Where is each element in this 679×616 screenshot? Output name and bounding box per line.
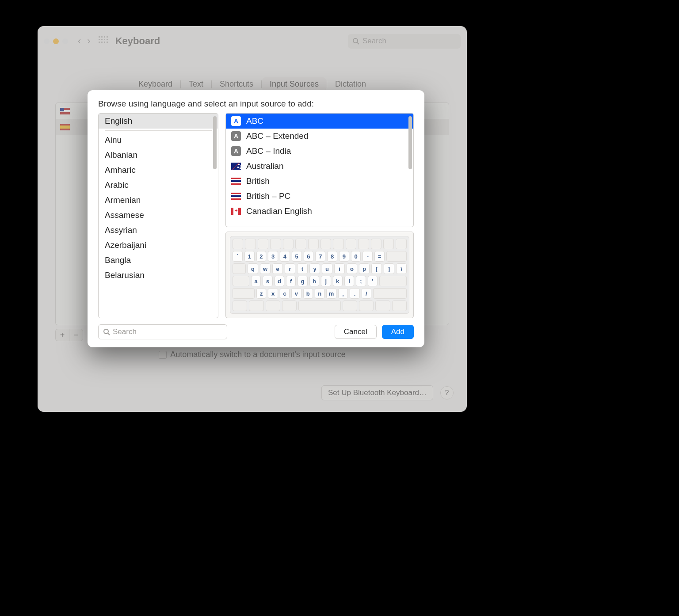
tab-text[interactable]: Text bbox=[182, 77, 210, 91]
auto-switch-checkbox[interactable] bbox=[159, 351, 167, 359]
cancel-button[interactable]: Cancel bbox=[335, 325, 377, 339]
keyboard-key: p bbox=[359, 263, 370, 274]
language-item[interactable]: Azerbaijani bbox=[99, 238, 218, 253]
source-item-label: British – PC bbox=[246, 191, 290, 201]
toolbar-search[interactable]: Search bbox=[348, 34, 461, 49]
language-item[interactable]: Bangla bbox=[99, 253, 218, 268]
window-title: Keyboard bbox=[115, 35, 160, 47]
keyboard-key: i bbox=[334, 263, 345, 274]
keyboard-key: v bbox=[291, 288, 301, 299]
source-item-label: Canadian English bbox=[246, 206, 312, 216]
keyboard-key: b bbox=[303, 288, 313, 299]
keyboard-key: - bbox=[362, 251, 373, 262]
keyboard-key: ] bbox=[384, 263, 394, 274]
source-item[interactable]: AABC bbox=[226, 114, 413, 129]
language-item[interactable]: Assyrian bbox=[99, 223, 218, 238]
keyboard-key: 1 bbox=[244, 251, 255, 262]
keyboard-key: n bbox=[315, 288, 324, 299]
keyboard-key: ` bbox=[233, 251, 243, 262]
add-input-source-sheet: Browse using language and select an inpu… bbox=[88, 90, 424, 347]
keyboard-key: u bbox=[322, 263, 332, 274]
keyboard-key: e bbox=[272, 263, 283, 274]
source-scrollbar[interactable] bbox=[408, 116, 412, 169]
keyboard-key: 5 bbox=[292, 251, 302, 262]
source-item-label: ABC – India bbox=[246, 146, 291, 156]
flag-icon bbox=[60, 108, 70, 114]
sheet-search[interactable]: Search bbox=[98, 324, 227, 339]
input-source-list[interactable]: AABCAABC – ExtendedAABC – IndiaAustralia… bbox=[226, 114, 413, 227]
keyboard-key: x bbox=[268, 288, 278, 299]
language-item[interactable]: Assamese bbox=[99, 208, 218, 223]
language-item[interactable]: Albanian bbox=[99, 148, 218, 163]
source-item[interactable]: Canadian English bbox=[226, 204, 413, 219]
tab-dictation[interactable]: Dictation bbox=[328, 77, 373, 91]
keyboard-key: [ bbox=[371, 263, 382, 274]
keyboard-key: / bbox=[362, 288, 371, 299]
keyboard-key: 3 bbox=[268, 251, 278, 262]
input-a-icon: A bbox=[231, 131, 241, 141]
nav-back-icon[interactable]: ‹ bbox=[78, 36, 81, 46]
language-item[interactable]: Ainu bbox=[99, 133, 218, 148]
sheet-prompt: Browse using language and select an inpu… bbox=[88, 90, 424, 113]
keyboard-key: a bbox=[251, 276, 261, 286]
keyboard-key: g bbox=[298, 276, 307, 286]
source-item[interactable]: AABC – India bbox=[226, 144, 413, 159]
source-item-label: British bbox=[246, 176, 270, 186]
tab-input-sources[interactable]: Input Sources bbox=[263, 77, 326, 91]
keyboard-key: t bbox=[297, 263, 308, 274]
keyboard-key: h bbox=[309, 276, 319, 286]
source-item[interactable]: British – PC bbox=[226, 189, 413, 204]
source-item[interactable]: AABC – Extended bbox=[226, 129, 413, 144]
input-a-icon: A bbox=[231, 116, 241, 126]
traffic-light-close[interactable] bbox=[44, 38, 50, 44]
bluetooth-keyboard-button[interactable]: Set Up Bluetooth Keyboard… bbox=[321, 385, 433, 400]
tab-keyboard[interactable]: Keyboard bbox=[131, 77, 179, 91]
add-source-button[interactable]: + bbox=[56, 329, 69, 341]
language-item[interactable]: Arabic bbox=[99, 178, 218, 193]
keyboard-key: o bbox=[347, 263, 357, 274]
keyboard-key: r bbox=[285, 263, 295, 274]
source-item[interactable]: Australian bbox=[226, 159, 413, 174]
search-icon bbox=[352, 38, 359, 45]
keyboard-key: m bbox=[326, 288, 336, 299]
flag-icon bbox=[231, 193, 241, 200]
auto-switch-label: Automatically switch to a document's inp… bbox=[170, 350, 346, 359]
keyboard-key: w bbox=[260, 263, 271, 274]
keyboard-key: l bbox=[344, 276, 354, 286]
grid-icon[interactable] bbox=[99, 36, 108, 46]
remove-source-button[interactable]: − bbox=[69, 329, 83, 341]
language-scrollbar[interactable] bbox=[213, 116, 217, 169]
keyboard-preview: `1234567890-=qwertyuiop[]\asdfghjkl;'zxc… bbox=[225, 232, 414, 318]
input-a-icon: A bbox=[231, 146, 241, 156]
svg-point-0 bbox=[353, 38, 358, 43]
keyboard-key: 0 bbox=[351, 251, 361, 262]
language-item[interactable]: Armenian bbox=[99, 193, 218, 208]
flag-icon bbox=[60, 124, 70, 130]
traffic-light-zoom[interactable] bbox=[62, 38, 68, 44]
flag-icon bbox=[231, 208, 241, 215]
keyboard-key: 4 bbox=[280, 251, 290, 262]
keyboard-key: ' bbox=[368, 276, 378, 286]
keyboard-key: d bbox=[275, 276, 284, 286]
source-item-label: ABC bbox=[246, 116, 263, 126]
keyboard-key: y bbox=[309, 263, 320, 274]
tab-shortcuts[interactable]: Shortcuts bbox=[213, 77, 260, 91]
traffic-light-minimize[interactable] bbox=[53, 38, 59, 44]
help-button[interactable]: ? bbox=[440, 386, 454, 399]
language-item[interactable]: Belarusian bbox=[99, 268, 218, 283]
nav-forward-icon[interactable]: › bbox=[87, 36, 90, 46]
titlebar: ‹ › Keyboard Search bbox=[38, 26, 467, 56]
language-item[interactable]: Amharic bbox=[99, 163, 218, 178]
keyboard-key: s bbox=[263, 276, 272, 286]
keyboard-key: \ bbox=[396, 263, 407, 274]
source-item[interactable]: British bbox=[226, 174, 413, 189]
flag-icon bbox=[231, 163, 241, 170]
language-list[interactable]: EnglishAinuAlbanianAmharicArabicArmenian… bbox=[98, 113, 218, 318]
add-button[interactable]: Add bbox=[382, 325, 414, 339]
keyboard-key: , bbox=[338, 288, 348, 299]
keyboard-key: = bbox=[374, 251, 385, 262]
source-item-label: Australian bbox=[246, 161, 284, 171]
language-item[interactable]: English bbox=[99, 114, 218, 129]
keyboard-key: f bbox=[286, 276, 296, 286]
svg-point-2 bbox=[104, 329, 108, 334]
